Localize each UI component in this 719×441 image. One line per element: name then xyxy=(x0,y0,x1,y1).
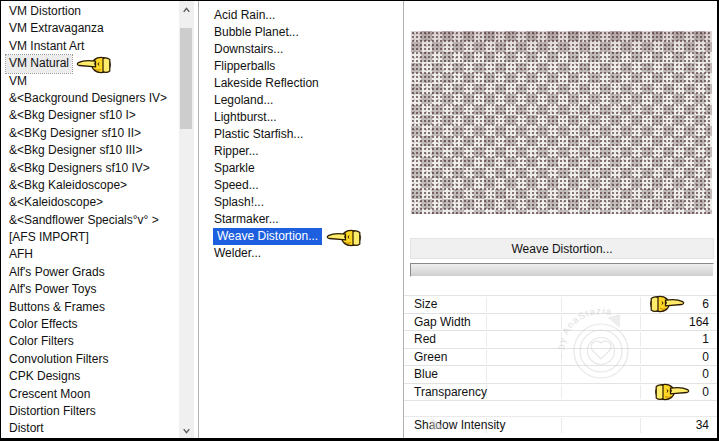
slider-row-green[interactable]: Green0 xyxy=(404,349,718,367)
category-item[interactable]: &<Bkg Designer sf10 III> xyxy=(1,142,178,159)
slider-row-transparency[interactable]: Transparency0 xyxy=(404,384,718,402)
slider-tick xyxy=(486,332,487,347)
list-item-label: &<Background Designers IV> xyxy=(9,90,167,107)
category-item[interactable]: VM xyxy=(1,73,178,90)
panel-divider xyxy=(198,1,199,438)
list-item-label: Speed... xyxy=(214,177,259,194)
list-item-label: CPK Designs xyxy=(9,368,80,385)
filter-list: Acid Rain...Bubble Planet...Downstairs..… xyxy=(200,7,402,262)
list-item-label: VM Distortion xyxy=(9,3,81,20)
category-item[interactable]: AFH xyxy=(1,246,178,263)
param-value: 0 xyxy=(702,349,709,366)
list-item-label: Splash!... xyxy=(214,194,264,211)
filter-item-selected[interactable]: Weave Distortion... xyxy=(200,228,402,245)
slider-tick xyxy=(561,367,562,382)
param-value: 0 xyxy=(702,384,709,401)
filter-item[interactable]: Splash!... xyxy=(200,194,402,211)
list-item-label: Color Filters xyxy=(9,333,74,350)
category-item[interactable]: Crescent Moon xyxy=(1,386,178,403)
slider-tick xyxy=(561,332,562,347)
category-item[interactable]: Distortion Filters xyxy=(1,403,178,420)
scroll-thumb[interactable] xyxy=(180,28,192,129)
filter-preview-image xyxy=(411,31,712,214)
category-item[interactable]: CPK Designs xyxy=(1,368,178,385)
filter-item[interactable]: Downstairs... xyxy=(200,41,402,58)
list-item-label: &<Bkg Kaleidoscope> xyxy=(9,177,127,194)
list-item-label: &<Bkg Designers sf10 IV> xyxy=(9,160,150,177)
filter-item[interactable]: Sparkle xyxy=(200,160,402,177)
category-item[interactable]: Alf's Power Grads xyxy=(1,264,178,281)
list-item-label: VM Extravaganza xyxy=(9,20,104,37)
list-item-label: Lightburst... xyxy=(214,109,277,126)
filter-item[interactable]: Lakeside Reflection xyxy=(200,75,402,92)
filter-item[interactable]: Plastic Starfish... xyxy=(200,126,402,143)
slider-tick xyxy=(561,418,562,433)
list-item-label: Crescent Moon xyxy=(9,386,90,403)
filter-item[interactable]: Flipperballs xyxy=(200,58,402,75)
list-item-label: AFH xyxy=(9,246,33,263)
category-item[interactable]: VM Extravaganza xyxy=(1,20,178,37)
slider-tick xyxy=(561,350,562,365)
list-item-label: &<Sandflower Specials°v° > xyxy=(9,212,159,229)
list-item-label: Color Effects xyxy=(9,316,77,333)
category-item[interactable]: &<Background Designers IV> xyxy=(1,90,178,107)
filter-item[interactable]: Ripper... xyxy=(200,143,402,160)
category-item[interactable]: &<Kaleidoscope> xyxy=(1,194,178,211)
param-label: Green xyxy=(414,349,447,366)
category-item[interactable]: Distort xyxy=(1,420,178,437)
slider-tick xyxy=(486,350,487,365)
filter-item[interactable]: Welder... xyxy=(200,245,402,262)
shadow-intensity-row: Shadow Intensity 34 xyxy=(404,416,718,434)
category-item[interactable]: [AFS IMPORT] xyxy=(1,229,178,246)
scroll-up-button[interactable] xyxy=(179,1,194,18)
list-item-label: Buttons & Frames xyxy=(9,299,105,316)
list-item-label: Lakeside Reflection xyxy=(214,75,319,92)
category-item[interactable]: Color Filters xyxy=(1,333,178,350)
pointing-hand-icon xyxy=(326,227,362,247)
slider-tick xyxy=(486,315,487,330)
category-item[interactable]: VM Distortion xyxy=(1,3,178,20)
slider-tick xyxy=(640,418,641,433)
list-item-label: VM Natural xyxy=(6,55,72,72)
slider-row-red[interactable]: Red1 xyxy=(404,331,718,349)
slider-tick xyxy=(561,385,562,400)
list-item-label: Acid Rain... xyxy=(214,7,275,24)
category-item[interactable]: &<Bkg Designers sf10 IV> xyxy=(1,160,178,177)
list-item-label: &<Kaleidoscope> xyxy=(9,194,103,211)
slider-row-gap-width[interactable]: Gap Width164 xyxy=(404,314,718,332)
slider-tick xyxy=(640,367,641,382)
filter-item[interactable]: Lightburst... xyxy=(200,109,402,126)
slider-tick xyxy=(486,367,487,382)
category-item-selected[interactable]: VM Natural xyxy=(1,55,178,72)
category-item[interactable]: VM Instant Art xyxy=(1,38,178,55)
category-item[interactable]: &<BKg Designer sf10 II> xyxy=(1,125,178,142)
pointing-hand-icon xyxy=(649,293,685,313)
param-value: 1 xyxy=(702,331,709,348)
filter-item[interactable]: Bubble Planet... xyxy=(200,24,402,41)
param-label: Blue xyxy=(414,366,438,383)
param-value: 0 xyxy=(702,366,709,383)
slider-tick xyxy=(640,350,641,365)
category-item[interactable]: Alf's Power Toys xyxy=(1,281,178,298)
filter-title: Weave Distortion... xyxy=(410,238,714,259)
category-item[interactable]: Color Effects xyxy=(1,316,178,333)
filter-item[interactable]: Legoland... xyxy=(200,92,402,109)
category-scrollbar[interactable] xyxy=(179,1,194,438)
filter-item[interactable]: Acid Rain... xyxy=(200,7,402,24)
list-item-label: Bubble Planet... xyxy=(214,24,299,41)
progress-bar xyxy=(410,263,714,277)
category-item[interactable]: &<Bkg Kaleidoscope> xyxy=(1,177,178,194)
filter-item[interactable]: Starmaker... xyxy=(200,211,402,228)
slider-row-size[interactable]: Size6 xyxy=(404,296,718,314)
pointing-hand-icon xyxy=(76,54,112,74)
scroll-down-button[interactable] xyxy=(179,421,194,438)
category-item[interactable]: Buttons & Frames xyxy=(1,299,178,316)
filter-item[interactable]: Speed... xyxy=(200,177,402,194)
category-item[interactable]: &<Sandflower Specials°v° > xyxy=(1,212,178,229)
slider-row[interactable]: Shadow Intensity 34 xyxy=(404,416,718,434)
chevron-down-icon xyxy=(182,427,189,434)
category-item[interactable]: Convolution Filters xyxy=(1,351,178,368)
category-item[interactable]: &<Bkg Designer sf10 I> xyxy=(1,107,178,124)
list-item-label: Weave Distortion... xyxy=(213,228,322,245)
parameter-sliders: Size6Gap Width164Red1Green0Blue0Transpar… xyxy=(404,295,718,401)
